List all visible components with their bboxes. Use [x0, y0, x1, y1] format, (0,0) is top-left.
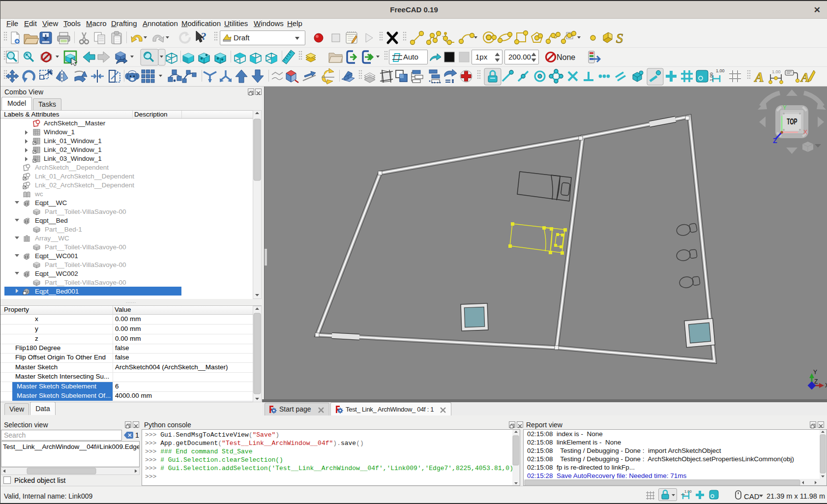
svg-text:Part__Toilet-VillaSavoye-00: Part__Toilet-VillaSavoye-00	[45, 261, 126, 268]
svg-text:1.00: 1.00	[709, 72, 714, 81]
svg-text:Eqpt__Bed: Eqpt__Bed	[35, 217, 68, 224]
svg-text:Eqpt__WC002: Eqpt__WC002	[35, 270, 78, 277]
svg-text:Window_1: Window_1	[44, 128, 75, 136]
svg-text:A: A	[800, 70, 809, 85]
svg-text:Eqpt__Bed001: Eqpt__Bed001	[35, 288, 79, 295]
svg-text:Lnk_01_ArchSketch__Dependent: Lnk_01_ArchSketch__Dependent	[35, 173, 134, 180]
svg-text:?: ?	[201, 30, 207, 42]
svg-text:X: X	[825, 382, 827, 389]
svg-text:Link_01_Window_1: Link_01_Window_1	[44, 137, 102, 145]
svg-text:Eqpt__WC: Eqpt__WC	[35, 199, 67, 207]
svg-text:1.00: 1.00	[684, 489, 692, 494]
svg-text:1.00: 1.00	[772, 69, 781, 74]
svg-text:Link_02_Window_1: Link_02_Window_1	[44, 146, 102, 153]
svg-text:Z: Z	[814, 378, 818, 385]
svg-text:Array__WC: Array__WC	[35, 235, 69, 242]
svg-text:1.00: 1.00	[716, 68, 725, 73]
svg-text:Eqpt__WC001: Eqpt__WC001	[35, 252, 78, 260]
svg-text:ArchSketch__Master: ArchSketch__Master	[44, 119, 106, 127]
svg-text:Y: Y	[813, 369, 817, 376]
svg-text:Part__Toilet-VillaSavoye-00: Part__Toilet-VillaSavoye-00	[45, 208, 126, 215]
svg-text:Part__Bed-1: Part__Bed-1	[45, 226, 82, 233]
svg-text:Link_03_Window_1: Link_03_Window_1	[44, 155, 102, 162]
svg-text:Lnk_02_ArchSketch__Dependent: Lnk_02_ArchSketch__Dependent	[35, 181, 134, 189]
svg-text:Part__Toilet-VillaSavoye-00: Part__Toilet-VillaSavoye-00	[45, 243, 126, 251]
svg-text:X: X	[803, 129, 807, 136]
svg-text:None: None	[557, 53, 575, 61]
svg-text:Z: Z	[773, 137, 777, 145]
svg-text:A: A	[754, 69, 764, 85]
svg-text:TOP: TOP	[787, 118, 797, 126]
svg-text:Y: Y	[783, 104, 787, 111]
svg-text:Part__Toilet-VillaSavoye-00: Part__Toilet-VillaSavoye-00	[45, 279, 126, 286]
svg-text:S: S	[616, 30, 623, 46]
svg-text:wc: wc	[34, 190, 43, 198]
svg-text:ArchSketch__Dependent: ArchSketch__Dependent	[35, 164, 109, 171]
